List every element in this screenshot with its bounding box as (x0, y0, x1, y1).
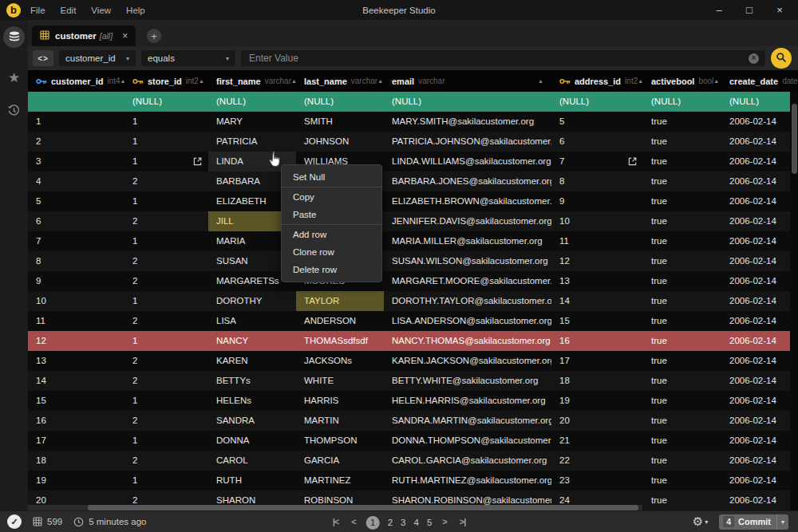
cell-customer_id[interactable]: 4 (28, 171, 124, 191)
cell-customer_id[interactable]: 7 (28, 231, 124, 251)
context-menu-item-copy[interactable]: Copy (282, 188, 381, 206)
horizontal-scrollbar-thumb[interactable] (88, 505, 638, 510)
cell-store_id[interactable]: 1 (124, 331, 208, 351)
horizontal-scrollbar[interactable] (28, 505, 642, 510)
cell-create_date[interactable]: (NULL) (721, 92, 790, 112)
cell-store_id[interactable]: (NULL) (124, 92, 208, 112)
cell-store_id[interactable]: 1 (124, 471, 208, 491)
cell-create_date[interactable]: 2006-02-14 (721, 251, 790, 271)
cell-last_name[interactable]: WHITE (296, 371, 384, 391)
minimize-button[interactable]: – (713, 0, 725, 20)
cell-email[interactable]: MARIA.MILLER@sakilacustomer.org (384, 231, 551, 251)
cell-create_date[interactable]: 2006-02-14 (721, 411, 790, 431)
tab-customer[interactable]: customer [all] × (32, 26, 136, 46)
filter-operator-select[interactable]: equals ▾ (141, 50, 235, 66)
cell-activebool[interactable]: true (643, 291, 721, 311)
cell-email[interactable]: ELIZABETH.BROWN@sakilacustomer.org (384, 191, 551, 211)
cell-activebool[interactable]: true (643, 132, 721, 152)
cell-activebool[interactable]: true (643, 471, 721, 491)
prev-page-button[interactable]: < (351, 517, 355, 526)
cell-store_id[interactable]: 1 (124, 391, 208, 411)
cell-address_id[interactable]: 14 (551, 291, 643, 311)
cell-last_name[interactable]: JACKSONs (296, 351, 384, 371)
search-button[interactable] (771, 48, 792, 69)
cell-address_id[interactable]: 11 (551, 231, 643, 251)
context-menu-item-clone-row[interactable]: Clone row (282, 243, 381, 261)
cell-store_id[interactable]: 2 (124, 271, 208, 291)
cell-email[interactable]: LINDA.WILLIAMS@sakilacustomer.org (384, 152, 551, 171)
menu-edit[interactable]: Edit (61, 6, 77, 15)
cell-activebool[interactable]: true (643, 171, 721, 191)
next-page-button[interactable]: > (442, 517, 446, 526)
cell-store_id[interactable]: 2 (124, 311, 208, 331)
cell-last_name[interactable]: TAYLOR (296, 291, 384, 311)
expand-cell-icon[interactable] (628, 157, 637, 166)
cell-email[interactable]: PATRICIA.JOHNSON@sakilacustomer.org (384, 132, 551, 152)
cell-customer_id[interactable]: 1 (28, 112, 124, 132)
cell-email[interactable]: BARBARA.JONES@sakilacustomer.org (384, 171, 551, 191)
column-header-create_date[interactable]: create_datedate▲ (721, 70, 790, 92)
cell-create_date[interactable]: 2006-02-14 (721, 132, 790, 152)
page-button-4[interactable]: 4 (414, 518, 419, 527)
sidebar-item-favorites[interactable]: ★ (0, 69, 28, 86)
cell-create_date[interactable]: 2006-02-14 (721, 112, 790, 132)
cell-store_id[interactable]: 1 (124, 112, 208, 132)
gear-icon[interactable]: ⚙▾ (693, 514, 708, 529)
cell-last_name[interactable]: JOHNSON (296, 132, 384, 152)
cell-address_id[interactable]: 15 (551, 311, 643, 331)
cell-first_name[interactable]: HELENs (208, 391, 296, 411)
cell-email[interactable]: JENNIFER.DAVIS@sakilacustomer.org (384, 211, 551, 231)
cell-create_date[interactable]: 2006-02-14 (721, 471, 790, 491)
sidebar-item-history[interactable] (0, 104, 28, 120)
cell-activebool[interactable]: true (643, 152, 721, 171)
cell-email[interactable]: (NULL) (384, 92, 551, 112)
page-button-1[interactable]: 1 (366, 516, 380, 530)
cell-email[interactable]: KAREN.JACKSON@sakilacustomer.org (384, 351, 551, 371)
cell-activebool[interactable]: true (643, 211, 721, 231)
close-button[interactable]: × (774, 0, 785, 20)
cell-last_name[interactable]: GARCIA (296, 451, 384, 471)
column-header-email[interactable]: emailvarchar▲ (384, 70, 551, 92)
cell-address_id[interactable]: (NULL) (551, 92, 643, 112)
cell-address_id[interactable]: 22 (551, 451, 643, 471)
cell-create_date[interactable]: 2006-02-14 (721, 271, 790, 291)
cell-customer_id[interactable]: 17 (28, 431, 124, 451)
new-tab-button[interactable]: + (147, 29, 161, 43)
cell-store_id[interactable]: 2 (124, 371, 208, 391)
cell-customer_id[interactable]: 12 (28, 331, 124, 351)
cell-activebool[interactable]: true (643, 231, 721, 251)
cell-first_name[interactable]: (NULL) (208, 92, 296, 112)
cell-address_id[interactable]: 8 (551, 171, 643, 191)
sql-code-toggle-button[interactable]: <> (33, 50, 53, 66)
last-page-button[interactable]: >| (460, 517, 466, 526)
cell-store_id[interactable]: 2 (124, 251, 208, 271)
cell-first_name[interactable]: NANCY (208, 331, 296, 351)
cell-address_id[interactable]: 17 (551, 351, 643, 371)
column-header-address_id[interactable]: address_idint2▲ (551, 70, 643, 92)
commit-dropdown-button[interactable]: ▾ (776, 514, 788, 530)
expand-cell-icon[interactable] (193, 157, 202, 166)
clear-circle-icon[interactable]: × (749, 53, 759, 64)
context-menu-item-delete-row[interactable]: Delete row (282, 261, 381, 278)
cell-store_id[interactable]: 1 (124, 191, 208, 211)
cell-create_date[interactable]: 2006-02-14 (721, 351, 790, 371)
cell-create_date[interactable]: 2006-02-14 (721, 451, 790, 471)
menu-help[interactable]: Help (126, 6, 145, 15)
cell-first_name[interactable]: BETTYs (208, 371, 296, 391)
cell-last_name[interactable]: MARTINEZ (296, 471, 384, 491)
column-header-store_id[interactable]: store_idint2▲ (124, 70, 208, 92)
page-button-2[interactable]: 2 (388, 518, 393, 527)
cell-email[interactable]: RUTH.MARTINEZ@sakilacustomer.org (384, 471, 551, 491)
cell-customer_id[interactable]: 6 (28, 211, 124, 231)
cell-store_id[interactable]: 1 (124, 132, 208, 152)
cell-activebool[interactable]: true (643, 371, 721, 391)
cell-customer_id[interactable]: 19 (28, 471, 124, 491)
cell-activebool[interactable]: true (643, 351, 721, 371)
cell-activebool[interactable]: true (643, 311, 721, 331)
cell-first_name[interactable]: DOROTHY (208, 291, 296, 311)
cell-customer_id[interactable]: 9 (28, 271, 124, 291)
first-page-button[interactable]: |< (333, 517, 339, 526)
cell-activebool[interactable]: true (643, 191, 721, 211)
vertical-scrollbar[interactable] (792, 104, 797, 174)
maximize-button[interactable]: □ (744, 0, 755, 20)
